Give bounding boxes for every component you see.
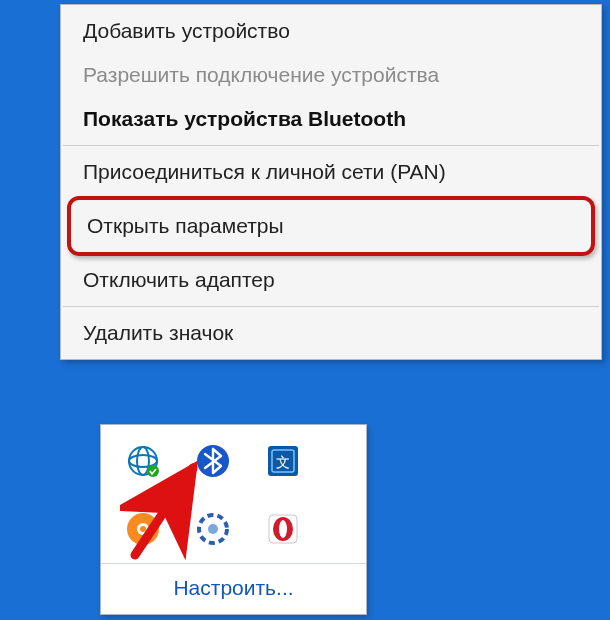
menu-item-disable-adapter[interactable]: Отключить адаптер bbox=[61, 258, 601, 302]
menu-separator bbox=[63, 145, 599, 146]
tray-customize-link[interactable]: Настроить... bbox=[101, 563, 366, 614]
menu-item-join-pan[interactable]: Присоединиться к личной сети (PAN) bbox=[61, 150, 601, 194]
svg-text:文: 文 bbox=[276, 454, 290, 470]
svg-point-3 bbox=[147, 465, 159, 477]
menu-item-show-bt-devices[interactable]: Показать устройства Bluetooth bbox=[61, 97, 601, 141]
tray-icon-grid: 文 bbox=[101, 437, 366, 563]
menu-item-remove-icon[interactable]: Удалить значок bbox=[61, 311, 601, 355]
bluetooth-context-menu: Добавить устройство Разрешить подключени… bbox=[60, 4, 602, 360]
menu-item-allow-connection: Разрешить подключение устройства bbox=[61, 53, 601, 97]
menu-item-open-settings[interactable]: Открыть параметры bbox=[67, 196, 595, 256]
globe-icon[interactable] bbox=[123, 441, 163, 481]
antivirus-icon[interactable] bbox=[123, 509, 163, 549]
menu-item-add-device[interactable]: Добавить устройство bbox=[61, 9, 601, 53]
svg-point-14 bbox=[279, 520, 287, 538]
opera-icon[interactable] bbox=[263, 509, 303, 549]
system-tray-popup: 文 Настроить... bbox=[100, 424, 367, 615]
svg-point-11 bbox=[208, 524, 218, 534]
menu-separator bbox=[63, 306, 599, 307]
svg-point-9 bbox=[140, 526, 146, 532]
bluetooth-icon[interactable] bbox=[193, 441, 233, 481]
input-method-icon[interactable]: 文 bbox=[263, 441, 303, 481]
loading-icon[interactable] bbox=[193, 509, 233, 549]
